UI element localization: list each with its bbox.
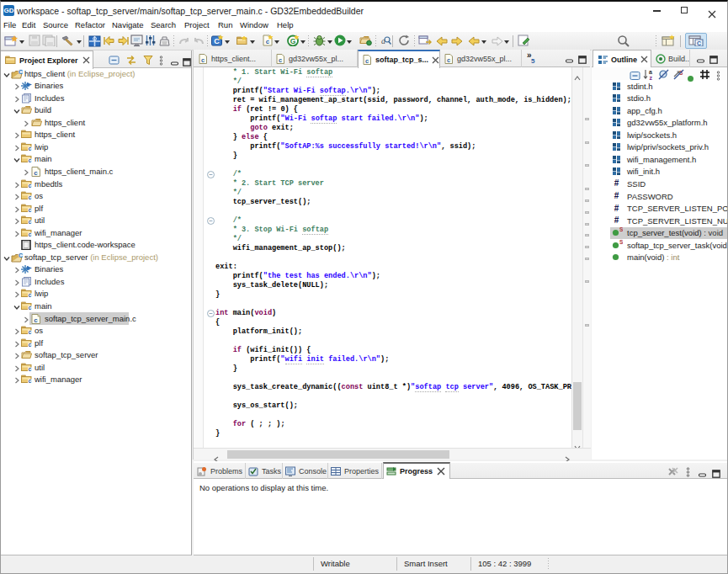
svg-text:c: c [29, 342, 32, 348]
svg-text:c: c [29, 329, 32, 335]
svg-text:c: c [29, 146, 32, 151]
svg-text:c: c [34, 168, 38, 176]
svg-text:c: c [29, 207, 32, 213]
svg-text:z: z [650, 75, 653, 81]
svg-text:S: S [619, 227, 623, 232]
svg-text:C: C [19, 252, 23, 258]
svg-text:c: c [29, 305, 32, 311]
svg-text:c: c [29, 194, 32, 200]
svg-text:C: C [697, 40, 701, 46]
svg-text:c: c [201, 56, 205, 63]
svg-text:c: c [29, 157, 32, 163]
svg-text:S: S [619, 240, 623, 245]
svg-text:c: c [29, 292, 32, 298]
svg-text:c: c [447, 56, 450, 63]
svg-text:c: c [29, 366, 32, 372]
svg-text:c: c [365, 57, 369, 65]
svg-text:c: c [29, 183, 32, 189]
svg-text:c: c [29, 231, 32, 237]
svg-text:c: c [29, 219, 32, 225]
svg-text:c: c [34, 316, 38, 323]
svg-text:c: c [29, 378, 32, 384]
svg-text:c: c [279, 56, 282, 63]
svg-text:C: C [19, 69, 23, 75]
